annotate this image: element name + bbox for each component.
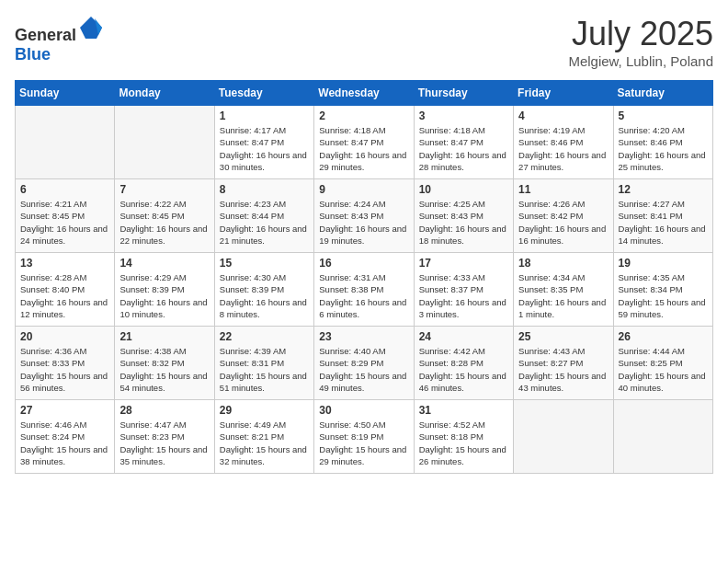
calendar-cell: 12Sunrise: 4:27 AM Sunset: 8:41 PM Dayli… (613, 179, 712, 253)
calendar-cell: 16Sunrise: 4:31 AM Sunset: 8:38 PM Dayli… (314, 253, 414, 327)
day-info: Sunrise: 4:47 AM Sunset: 8:23 PM Dayligh… (119, 419, 209, 467)
calendar-cell: 14Sunrise: 4:29 AM Sunset: 8:39 PM Dayli… (115, 253, 214, 327)
calendar-cell: 3Sunrise: 4:18 AM Sunset: 8:47 PM Daylig… (414, 106, 513, 179)
day-info: Sunrise: 4:31 AM Sunset: 8:38 PM Dayligh… (319, 271, 408, 320)
day-info: Sunrise: 4:18 AM Sunset: 8:47 PM Dayligh… (319, 124, 408, 173)
calendar-cell: 30Sunrise: 4:50 AM Sunset: 8:19 PM Dayli… (314, 400, 414, 474)
day-number: 31 (419, 404, 508, 417)
day-number: 5 (619, 109, 708, 122)
header-wednesday: Wednesday (314, 81, 414, 106)
day-info: Sunrise: 4:22 AM Sunset: 8:45 PM Dayligh… (119, 198, 209, 247)
day-number: 13 (20, 257, 109, 270)
calendar-cell (514, 400, 613, 474)
day-number: 16 (319, 257, 408, 270)
calendar-cell (613, 400, 712, 474)
calendar-cell: 18Sunrise: 4:34 AM Sunset: 8:35 PM Dayli… (514, 253, 613, 327)
day-info: Sunrise: 4:19 AM Sunset: 8:46 PM Dayligh… (518, 124, 608, 173)
header-tuesday: Tuesday (214, 81, 313, 106)
day-number: 25 (518, 330, 608, 343)
calendar-cell: 31Sunrise: 4:52 AM Sunset: 8:18 PM Dayli… (414, 400, 513, 474)
day-number: 9 (319, 183, 408, 196)
logo-blue: Blue (15, 45, 51, 63)
day-number: 29 (220, 404, 309, 417)
day-info: Sunrise: 4:20 AM Sunset: 8:46 PM Dayligh… (619, 124, 708, 173)
day-info: Sunrise: 4:40 AM Sunset: 8:29 PM Dayligh… (319, 345, 408, 394)
day-number: 21 (119, 330, 209, 343)
day-info: Sunrise: 4:25 AM Sunset: 8:43 PM Dayligh… (419, 198, 508, 247)
calendar-cell: 8Sunrise: 4:23 AM Sunset: 8:44 PM Daylig… (214, 179, 313, 253)
day-number: 26 (619, 330, 708, 343)
header-sunday: Sunday (16, 81, 115, 106)
logo-general: General (15, 26, 76, 44)
day-info: Sunrise: 4:18 AM Sunset: 8:47 PM Dayligh… (419, 124, 508, 173)
calendar-cell: 7Sunrise: 4:22 AM Sunset: 8:45 PM Daylig… (115, 179, 214, 253)
day-number: 23 (319, 330, 408, 343)
calendar-week-3: 13Sunrise: 4:28 AM Sunset: 8:40 PM Dayli… (16, 253, 713, 327)
calendar-cell: 5Sunrise: 4:20 AM Sunset: 8:46 PM Daylig… (613, 106, 712, 179)
day-number: 24 (419, 330, 508, 343)
day-info: Sunrise: 4:52 AM Sunset: 8:18 PM Dayligh… (419, 419, 508, 467)
day-info: Sunrise: 4:46 AM Sunset: 8:24 PM Dayligh… (20, 419, 109, 467)
calendar-week-5: 27Sunrise: 4:46 AM Sunset: 8:24 PM Dayli… (16, 400, 713, 474)
header-saturday: Saturday (613, 81, 712, 106)
day-info: Sunrise: 4:42 AM Sunset: 8:28 PM Dayligh… (419, 345, 508, 394)
day-info: Sunrise: 4:17 AM Sunset: 8:47 PM Dayligh… (220, 124, 309, 173)
day-number: 6 (20, 183, 109, 196)
day-info: Sunrise: 4:50 AM Sunset: 8:19 PM Dayligh… (319, 419, 408, 467)
day-info: Sunrise: 4:28 AM Sunset: 8:40 PM Dayligh… (20, 271, 109, 320)
calendar-cell: 24Sunrise: 4:42 AM Sunset: 8:28 PM Dayli… (414, 327, 513, 400)
day-number: 12 (619, 183, 708, 196)
calendar-table: SundayMondayTuesdayWednesdayThursdayFrid… (15, 80, 713, 474)
header-thursday: Thursday (414, 81, 513, 106)
calendar-header-row: SundayMondayTuesdayWednesdayThursdayFrid… (16, 81, 713, 106)
calendar-cell (16, 106, 115, 179)
day-number: 2 (319, 109, 408, 122)
day-number: 1 (220, 109, 309, 122)
day-info: Sunrise: 4:27 AM Sunset: 8:41 PM Dayligh… (619, 198, 708, 247)
day-number: 11 (518, 183, 608, 196)
calendar-cell: 4Sunrise: 4:19 AM Sunset: 8:46 PM Daylig… (514, 106, 613, 179)
calendar-cell: 20Sunrise: 4:36 AM Sunset: 8:33 PM Dayli… (16, 327, 115, 400)
title-block: July 2025 Melgiew, Lublin, Poland (568, 15, 713, 69)
calendar-cell: 15Sunrise: 4:30 AM Sunset: 8:39 PM Dayli… (214, 253, 313, 327)
day-info: Sunrise: 4:34 AM Sunset: 8:35 PM Dayligh… (518, 271, 608, 320)
day-info: Sunrise: 4:24 AM Sunset: 8:43 PM Dayligh… (319, 198, 408, 247)
day-info: Sunrise: 4:38 AM Sunset: 8:32 PM Dayligh… (119, 345, 209, 394)
day-info: Sunrise: 4:30 AM Sunset: 8:39 PM Dayligh… (220, 271, 309, 320)
page-header: General Blue July 2025 Melgiew, Lublin, … (15, 15, 713, 69)
day-info: Sunrise: 4:23 AM Sunset: 8:44 PM Dayligh… (220, 198, 309, 247)
calendar-cell: 27Sunrise: 4:46 AM Sunset: 8:24 PM Dayli… (16, 400, 115, 474)
calendar-cell: 29Sunrise: 4:49 AM Sunset: 8:21 PM Dayli… (214, 400, 313, 474)
day-number: 15 (220, 257, 309, 270)
calendar-cell: 21Sunrise: 4:38 AM Sunset: 8:32 PM Dayli… (115, 327, 214, 400)
day-info: Sunrise: 4:39 AM Sunset: 8:31 PM Dayligh… (220, 345, 309, 394)
calendar-week-2: 6Sunrise: 4:21 AM Sunset: 8:45 PM Daylig… (16, 179, 713, 253)
calendar-cell: 28Sunrise: 4:47 AM Sunset: 8:23 PM Dayli… (115, 400, 214, 474)
calendar-cell: 9Sunrise: 4:24 AM Sunset: 8:43 PM Daylig… (314, 179, 414, 253)
day-info: Sunrise: 4:44 AM Sunset: 8:25 PM Dayligh… (619, 345, 708, 394)
calendar-cell: 11Sunrise: 4:26 AM Sunset: 8:42 PM Dayli… (514, 179, 613, 253)
logo-text: General Blue (15, 15, 104, 64)
calendar-cell: 2Sunrise: 4:18 AM Sunset: 8:47 PM Daylig… (314, 106, 414, 179)
day-number: 10 (419, 183, 508, 196)
calendar-cell: 6Sunrise: 4:21 AM Sunset: 8:45 PM Daylig… (16, 179, 115, 253)
calendar-cell: 17Sunrise: 4:33 AM Sunset: 8:37 PM Dayli… (414, 253, 513, 327)
calendar-cell: 22Sunrise: 4:39 AM Sunset: 8:31 PM Dayli… (214, 327, 313, 400)
calendar-cell: 23Sunrise: 4:40 AM Sunset: 8:29 PM Dayli… (314, 327, 414, 400)
day-number: 20 (20, 330, 109, 343)
day-info: Sunrise: 4:29 AM Sunset: 8:39 PM Dayligh… (119, 271, 209, 320)
header-friday: Friday (514, 81, 613, 106)
day-number: 18 (518, 257, 608, 270)
day-number: 4 (518, 109, 608, 122)
logo-icon (78, 15, 104, 40)
day-number: 27 (20, 404, 109, 417)
calendar-week-4: 20Sunrise: 4:36 AM Sunset: 8:33 PM Dayli… (16, 327, 713, 400)
calendar-cell: 26Sunrise: 4:44 AM Sunset: 8:25 PM Dayli… (613, 327, 712, 400)
calendar-cell: 10Sunrise: 4:25 AM Sunset: 8:43 PM Dayli… (414, 179, 513, 253)
day-number: 3 (419, 109, 508, 122)
month-year: July 2025 (568, 15, 713, 53)
day-info: Sunrise: 4:35 AM Sunset: 8:34 PM Dayligh… (619, 271, 708, 320)
day-info: Sunrise: 4:43 AM Sunset: 8:27 PM Dayligh… (518, 345, 608, 394)
day-info: Sunrise: 4:49 AM Sunset: 8:21 PM Dayligh… (220, 419, 309, 467)
day-info: Sunrise: 4:21 AM Sunset: 8:45 PM Dayligh… (20, 198, 109, 247)
